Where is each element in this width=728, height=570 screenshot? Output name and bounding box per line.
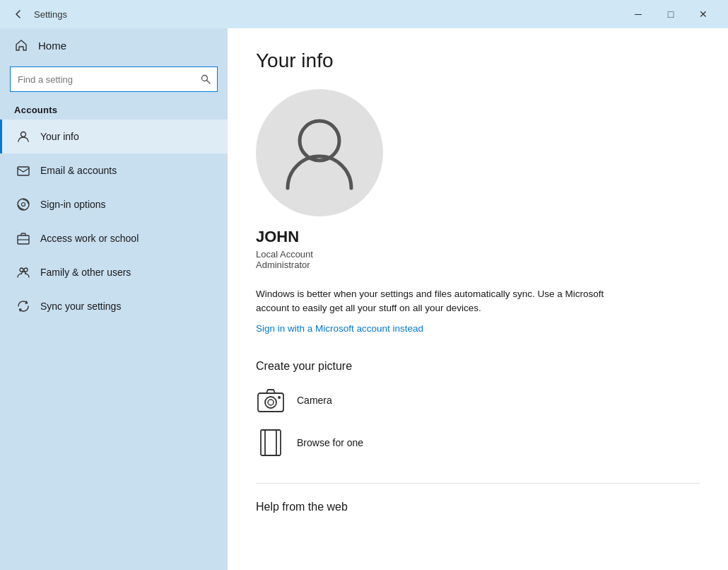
sidebar-item-label-family: Family & other users (40, 267, 131, 278)
home-icon (14, 38, 28, 52)
window-controls: ─ □ ✕ (622, 0, 720, 28)
browse-label: Browse for one (297, 437, 363, 448)
titlebar: Settings ─ □ ✕ (0, 0, 728, 28)
minimize-button[interactable]: ─ (622, 0, 654, 28)
svg-rect-3 (18, 167, 29, 175)
work-school-icon (16, 231, 30, 245)
svg-rect-15 (261, 430, 276, 455)
svg-point-8 (20, 268, 23, 272)
search-icon (194, 68, 217, 91)
svg-point-5 (22, 203, 25, 207)
content-area: Your info JOHN Local Account Administrat… (228, 28, 728, 570)
svg-point-13 (268, 400, 274, 405)
sync-info-text: Windows is better when your settings and… (256, 287, 623, 316)
microsoft-account-link[interactable]: Sign in with a Microsoft account instead (256, 323, 423, 334)
svg-line-1 (207, 81, 210, 83)
svg-rect-16 (265, 430, 281, 455)
sidebar-home-label: Home (38, 40, 66, 52)
app-body: Home Accounts Your info (0, 28, 728, 570)
svg-rect-11 (258, 393, 283, 412)
search-input[interactable] (11, 74, 194, 85)
sidebar-item-label-your-info: Your info (40, 131, 79, 142)
sidebar-item-home[interactable]: Home (0, 28, 228, 62)
family-icon (16, 265, 30, 279)
close-button[interactable]: ✕ (687, 0, 720, 28)
camera-icon (256, 385, 286, 415)
help-section-title: Help from the web (256, 483, 700, 513)
browse-option[interactable]: Browse for one (256, 428, 700, 458)
sidebar: Home Accounts Your info (0, 28, 228, 570)
browse-icon (256, 428, 286, 458)
sidebar-item-sync[interactable]: Sync your settings (0, 289, 228, 323)
search-box[interactable] (10, 66, 218, 92)
window-title: Settings (34, 9, 622, 20)
email-icon (16, 163, 30, 178)
sidebar-item-label-work: Access work or school (40, 233, 139, 244)
sync-icon (16, 299, 30, 313)
sidebar-item-work-school[interactable]: Access work or school (0, 221, 228, 255)
svg-point-12 (265, 397, 276, 408)
sidebar-item-email-accounts[interactable]: Email & accounts (0, 153, 228, 187)
page-title: Your info (256, 50, 700, 72)
sidebar-item-label-sync: Sync your settings (40, 301, 121, 312)
create-picture-title: Create your picture (256, 360, 700, 373)
maximize-button[interactable]: □ (654, 0, 687, 28)
svg-point-4 (18, 199, 29, 210)
user-name: JOHN (256, 228, 299, 246)
sidebar-item-sign-in[interactable]: Sign-in options (0, 187, 228, 221)
sidebar-item-your-info[interactable]: Your info (0, 120, 228, 153)
svg-point-14 (278, 396, 281, 399)
sidebar-section-accounts: Accounts (0, 99, 228, 120)
account-type-line1: Local Account (256, 249, 313, 260)
account-type-line2: Administrator (256, 260, 310, 270)
svg-point-9 (24, 268, 28, 272)
person-icon (284, 114, 355, 192)
your-info-icon (16, 129, 30, 144)
sidebar-item-label-signin: Sign-in options (40, 199, 106, 210)
camera-option[interactable]: Camera (256, 385, 700, 415)
avatar (256, 89, 383, 216)
sign-in-icon (16, 197, 30, 211)
camera-label: Camera (297, 395, 332, 406)
sidebar-item-label-email: Email & accounts (40, 165, 117, 176)
back-button[interactable] (8, 4, 28, 24)
svg-point-2 (21, 132, 26, 137)
avatar-area: JOHN Local Account Administrator (256, 89, 700, 270)
sidebar-item-family[interactable]: Family & other users (0, 255, 228, 289)
